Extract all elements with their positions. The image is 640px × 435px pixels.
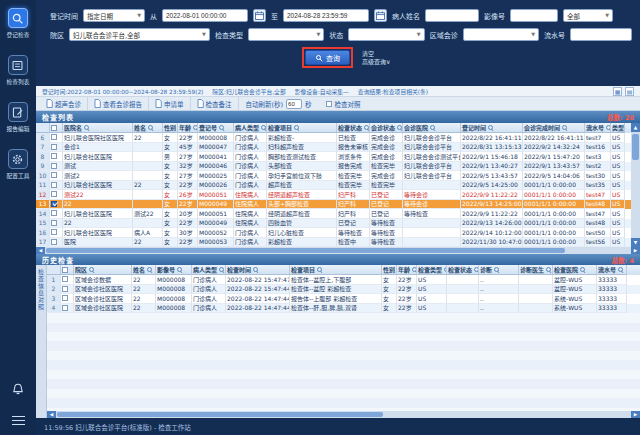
row-checkbox[interactable] bbox=[51, 229, 57, 235]
region-consult-select[interactable]: ▼ bbox=[463, 28, 539, 41]
checkbox-cell[interactable] bbox=[50, 181, 63, 191]
column-filter-icon[interactable] bbox=[147, 267, 153, 273]
menu-icon[interactable] bbox=[12, 416, 25, 426]
select-all-checkbox[interactable] bbox=[62, 267, 68, 273]
table-row[interactable]: 8妇儿联合社区医院男27岁M000041门诊病人胸部检查测试检查浏览条件完成会诊… bbox=[36, 152, 631, 162]
row-checkbox[interactable] bbox=[51, 144, 57, 150]
checkbox-cell[interactable] bbox=[61, 304, 74, 314]
column-header[interactable]: 诊断 bbox=[479, 265, 519, 275]
column-header[interactable]: 病人类型 bbox=[234, 123, 267, 133]
table-row[interactable]: 1322女22岁M000049住院病人头部+胸部检查妇产科已登记等待会诊2022… bbox=[36, 200, 631, 210]
checkbox-cell[interactable] bbox=[50, 171, 63, 181]
column-filter-icon[interactable] bbox=[580, 267, 586, 273]
checkbox-cell[interactable] bbox=[50, 238, 63, 248]
exam-note-button[interactable]: 检查备注 bbox=[191, 97, 239, 110]
checkbox-cell[interactable] bbox=[50, 152, 63, 162]
table-row[interactable]: 3区域会诊社区医院22M000008门诊病人2022-08-22 14:47:4… bbox=[47, 294, 640, 304]
date-mode-select[interactable]: 指定日期▼ bbox=[83, 9, 145, 22]
table-row[interactable]: 14妇儿联合社区医院测试22女20岁M000051住院病人经阴道超声检查妇产科已… bbox=[36, 209, 631, 219]
checkbox-cell[interactable] bbox=[61, 275, 74, 285]
checkbox-cell[interactable] bbox=[50, 162, 63, 172]
column-header[interactable]: 流水号 bbox=[585, 123, 611, 133]
checkbox-cell[interactable] bbox=[50, 219, 63, 229]
table-row[interactable]: 9测试女32岁M000046门诊病人头部检查报告完成检查完毕妇儿联合会诊平台20… bbox=[36, 162, 631, 172]
ultrasound-consult-button[interactable]: 超声会诊 bbox=[40, 97, 88, 110]
table-row[interactable]: 7会诊1女45岁M000047门诊病人妇科超声检查报告未审核完成会诊妇儿联合会诊… bbox=[36, 143, 631, 153]
column-header[interactable]: 病人类型 bbox=[192, 265, 226, 275]
column-filter-icon[interactable] bbox=[488, 125, 494, 131]
sidebar-item-register[interactable]: 登记检查 bbox=[6, 8, 30, 39]
table-row[interactable]: 2区域会诊社区医院22M000008门诊病人2022-08-22 15:47:4… bbox=[47, 285, 640, 295]
from-date-input[interactable] bbox=[162, 9, 248, 22]
scroll-left-icon[interactable]: ◀ bbox=[36, 247, 45, 254]
grid-view-icon[interactable]: ▦ bbox=[613, 87, 622, 96]
campus-select[interactable]: 妇儿联合会诊平台,全部▼ bbox=[69, 28, 210, 41]
column-header[interactable]: 类型 bbox=[611, 123, 625, 133]
select-all-cell[interactable] bbox=[50, 123, 63, 133]
checkbox-cell[interactable] bbox=[50, 133, 63, 143]
exam-type-select[interactable]: ▼ bbox=[248, 28, 324, 41]
checkbox-cell[interactable] bbox=[50, 190, 63, 200]
bell-icon[interactable] bbox=[11, 381, 25, 400]
select-all-cell[interactable] bbox=[61, 265, 74, 275]
refresh-interval-input[interactable] bbox=[286, 99, 302, 109]
column-header[interactable]: 流水号 bbox=[597, 265, 627, 275]
sidebar-item-exam-list[interactable]: 检查列表 bbox=[6, 55, 30, 86]
column-filter-icon[interactable] bbox=[562, 125, 568, 131]
checkbox-cell[interactable] bbox=[61, 285, 74, 295]
row-checkbox[interactable] bbox=[62, 295, 68, 301]
patient-name-input[interactable] bbox=[425, 9, 479, 22]
checkbox-cell[interactable] bbox=[50, 228, 63, 238]
row-checkbox[interactable] bbox=[51, 153, 57, 159]
column-filter-icon[interactable] bbox=[84, 125, 90, 131]
status-select[interactable]: ▼ bbox=[348, 28, 424, 41]
vertical-scrollbar[interactable]: ▲ ▼ bbox=[631, 123, 640, 247]
column-filter-icon[interactable] bbox=[618, 267, 624, 273]
column-header[interactable]: 检查时间 bbox=[226, 265, 290, 275]
scroll-right-icon[interactable]: ▶ bbox=[631, 411, 640, 418]
row-checkbox[interactable] bbox=[51, 182, 57, 188]
column-header[interactable]: 年龄 bbox=[178, 123, 198, 133]
table-row[interactable]: 1区域会诊数据22M000008门诊病人2022-08-22 15:47:47检… bbox=[47, 275, 640, 285]
column-header[interactable]: 院区 bbox=[74, 265, 132, 275]
row-checkbox[interactable] bbox=[51, 172, 57, 178]
column-filter-icon[interactable] bbox=[430, 125, 436, 131]
column-header[interactable]: 医院名 bbox=[63, 123, 133, 133]
column-header[interactable]: 诊断医生 bbox=[519, 265, 553, 275]
checkbox-cell[interactable] bbox=[50, 200, 63, 210]
checkbox-cell[interactable] bbox=[50, 209, 63, 219]
history-horizontal-scrollbar[interactable]: ◀ ▶ bbox=[47, 411, 640, 418]
table-row[interactable]: 6妇儿联合医院社区医院22女22岁M000008门诊病人彩超检查-已检查完成会诊… bbox=[36, 133, 631, 143]
column-header[interactable]: 性别 bbox=[382, 265, 397, 275]
column-header[interactable]: 检查状态 bbox=[447, 265, 479, 275]
scroll-thumb[interactable] bbox=[57, 412, 383, 417]
table-row[interactable]: 1522女22岁M000049住院病人四肢血管已登记等待检查2022/9/13 … bbox=[36, 219, 631, 229]
scroll-thumb[interactable] bbox=[46, 248, 565, 253]
checkbox-cell[interactable] bbox=[50, 143, 63, 153]
to-date-input[interactable] bbox=[283, 9, 369, 22]
scroll-thumb[interactable] bbox=[632, 134, 639, 160]
calendar-icon[interactable] bbox=[374, 9, 387, 22]
column-header[interactable]: 会诊状态 bbox=[370, 123, 403, 133]
exam-info-compare-tab[interactable]: 检查信息对照 bbox=[36, 265, 47, 418]
list-view-icon[interactable]: ▤ bbox=[625, 87, 634, 96]
column-header[interactable]: 检查项目 bbox=[290, 265, 382, 275]
row-checkbox[interactable] bbox=[62, 276, 68, 282]
table-row[interactable]: 17医院22女22岁M000053门诊病人彩超检查检查中等待检查2022/11/… bbox=[36, 238, 631, 248]
column-filter-icon[interactable] bbox=[148, 125, 154, 131]
serial-no-input[interactable] bbox=[570, 28, 632, 41]
row-checkbox[interactable] bbox=[62, 286, 68, 292]
row-checkbox[interactable] bbox=[51, 134, 57, 140]
scroll-right-icon[interactable]: ▶ bbox=[631, 247, 640, 254]
row-checkbox[interactable] bbox=[51, 220, 57, 226]
column-header[interactable]: 检查项目 bbox=[267, 123, 337, 133]
column-header[interactable]: 姓名 bbox=[132, 265, 156, 275]
column-header[interactable]: 检查状态 bbox=[337, 123, 370, 133]
column-filter-icon[interactable] bbox=[546, 267, 552, 273]
table-row[interactable]: 16妇儿联合社区医院病人A女30岁M000052门诊病人妇儿心脏检查等待检查等待… bbox=[36, 228, 631, 238]
column-header[interactable]: 检查医院 bbox=[553, 265, 597, 275]
scroll-left-icon[interactable]: ◀ bbox=[47, 411, 56, 418]
row-checkbox[interactable] bbox=[51, 191, 57, 197]
column-filter-icon[interactable] bbox=[253, 267, 259, 273]
column-filter-icon[interactable] bbox=[494, 267, 500, 273]
